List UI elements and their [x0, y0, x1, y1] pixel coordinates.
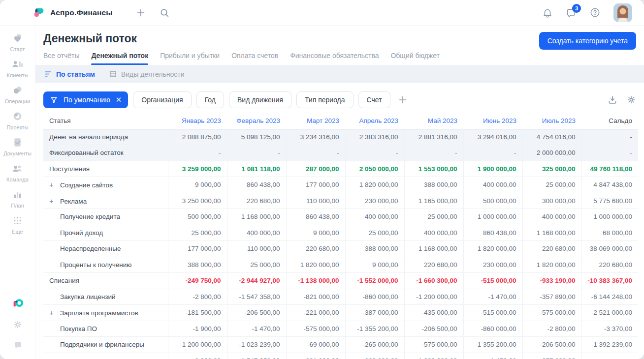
filter-chip-год[interactable]: Год	[196, 91, 224, 108]
column-header-month[interactable]: Июль 2023	[522, 113, 581, 129]
tab-общий-бюджет[interactable]: Общий бюджет	[390, 52, 439, 65]
cell-value: -860 000,00	[345, 353, 404, 359]
tab-финансовые-обязательства[interactable]: Финансовые обязательства	[290, 52, 379, 65]
tab-прибыли-и-убытки[interactable]: Прибыли и убытки	[160, 52, 220, 65]
tab-денежный-поток[interactable]: Денежный поток	[91, 52, 148, 65]
cell-value: -821 000,00	[286, 353, 345, 359]
filter-default-chip[interactable]: По умолчанию ✕	[43, 91, 128, 108]
cell-value: 388 000,00	[345, 241, 404, 257]
create-category-button[interactable]: Создать категорию учета	[539, 32, 636, 50]
cell-value: -206 500,00	[404, 321, 463, 337]
cell-value: 1 820 000,00	[286, 257, 345, 273]
cell-value: -181 500,00	[168, 305, 227, 321]
cell-value: 500 000,00	[168, 209, 227, 225]
expand-plus-icon[interactable]: +	[49, 308, 60, 317]
table-row[interactable]: Покупка ПО-1 900,00-1 470,00-575 000,00-…	[43, 321, 638, 337]
sidebar-item-more[interactable]: Ещё	[3, 214, 32, 235]
cell-value: -515 000,00	[463, 273, 522, 289]
user-avatar[interactable]	[613, 3, 632, 22]
column-header-month[interactable]: Январь 2023	[168, 113, 227, 129]
table-row[interactable]: Нераспределенные177 000,00110 000,00220 …	[43, 241, 638, 257]
column-header-month[interactable]: Апрель 2023	[345, 113, 404, 129]
subtab-label: Виды деятельности	[121, 70, 185, 78]
help-icon[interactable]	[589, 7, 601, 18]
sidebar-item-start[interactable]: Старт	[3, 31, 32, 52]
filter-chip-тип-периода[interactable]: Тип периода	[296, 91, 354, 108]
sidebar: СтартКлиентыОперацииПроектыДокументыКома…	[0, 26, 35, 359]
column-header-month[interactable]: Июнь 2023	[463, 113, 522, 129]
sidebar-item-projects[interactable]: Проекты	[3, 110, 32, 130]
search-button[interactable]	[159, 7, 170, 18]
table-row[interactable]: Проценты к получению388 000,0025 000,001…	[43, 257, 638, 273]
support-chat-icon[interactable]	[12, 339, 24, 351]
sidebar-item-clients[interactable]: Клиенты	[3, 58, 32, 78]
table-row[interactable]: Фиксированный остаток------2 000 000,00-	[43, 145, 638, 161]
filter-chip-вид-движения[interactable]: Вид движения	[229, 91, 291, 108]
brand: Аспро.Финансы	[32, 6, 113, 19]
clients-icon	[11, 58, 24, 71]
cell-value: 25 000,00	[522, 177, 581, 193]
expand-plus-icon[interactable]: +	[49, 197, 60, 205]
filter-chip-счет[interactable]: Счет	[358, 91, 390, 108]
column-header-month[interactable]: Февраль 2023	[227, 113, 286, 129]
tab-оплата-счетов[interactable]: Оплата счетов	[231, 52, 278, 65]
expand-plus-icon[interactable]: +	[49, 357, 60, 359]
app-name: Аспро.Финансы	[50, 8, 113, 17]
column-header-month[interactable]: Май 2023	[404, 113, 463, 129]
row-label: Фиксированный остаток	[49, 149, 124, 156]
table-row[interactable]: Закупка лицензий-2 800,00-1 547 358,00-8…	[43, 289, 638, 305]
cell-value: -	[404, 145, 463, 161]
row-label: Поступления	[49, 165, 90, 173]
cell-saldo: -	[581, 145, 638, 161]
sidebar-item-plan[interactable]: План	[3, 188, 32, 209]
table-row[interactable]: Денег на начало периода2 088 875,005 098…	[43, 129, 638, 145]
cell-value: 230 000,00	[463, 257, 522, 273]
tab-все-отчёты[interactable]: Все отчёты	[43, 52, 79, 65]
table-settings-gear-icon[interactable]	[626, 95, 636, 105]
row-label: Закупка лицензий	[60, 293, 115, 300]
cell-value: 110 000,00	[286, 193, 345, 209]
sidebar-item-documents[interactable]: Документы	[3, 136, 32, 156]
settings-gear-icon[interactable]	[12, 319, 24, 330]
table-row[interactable]: Списания-249 750,00-2 944 927,00-1 138 0…	[43, 273, 638, 289]
expand-plus-icon[interactable]: +	[49, 180, 60, 189]
operations-icon	[11, 84, 24, 97]
cell-value: -1 900,00	[168, 321, 227, 337]
export-download-icon[interactable]	[608, 95, 617, 105]
table-row[interactable]: +Создание сайтов9 000,00860 438,00177 00…	[43, 177, 638, 193]
sidebar-item-team[interactable]: Команда	[3, 162, 32, 182]
table-row[interactable]: +Реклама3 250 000,00220 680,00110 000,00…	[43, 193, 638, 209]
row-label: Списания	[49, 277, 79, 284]
subtab-label: По статьям	[56, 70, 95, 78]
messages-icon[interactable]: 3	[566, 7, 577, 18]
cell-saldo: 220 680,00	[581, 257, 638, 273]
table-row[interactable]: Поступления3 259 000,001 081 118,00287 0…	[43, 161, 638, 177]
sidebar-item-label: Ещё	[12, 229, 23, 235]
cell-saldo: -	[581, 129, 638, 145]
cell-saldo: 49 760 118,00	[581, 161, 638, 177]
table-row[interactable]: Прочий доход25 000,00400 000,009 000,002…	[43, 225, 638, 241]
table-row[interactable]: Получение кредита500 000,001 168 000,008…	[43, 209, 638, 225]
clear-filter-icon[interactable]: ✕	[116, 95, 122, 104]
sidebar-item-operations[interactable]: Операции	[3, 84, 32, 104]
cell-value: -2 800,00	[168, 289, 227, 305]
add-filter-icon[interactable]	[398, 95, 408, 105]
cell-value: -357 890,00	[522, 353, 581, 359]
notifications-icon[interactable]	[542, 7, 553, 18]
cell-value: 3 234 316,00	[286, 129, 345, 145]
subtab-activity-types[interactable]: Виды деятельности	[109, 70, 185, 78]
column-header-month[interactable]: Март 2023	[286, 113, 345, 129]
aspro-mini-logo-icon[interactable]	[11, 297, 24, 310]
cell-value: 1 165 000,00	[404, 193, 463, 209]
table-row[interactable]: +Зарплата программистов-3 000,00-1 547 3…	[43, 353, 638, 359]
cell-value: -	[286, 145, 345, 161]
table-row[interactable]: +Зарплата программистов-181 500,00-206 5…	[43, 305, 638, 321]
column-header-saldo: Сальдо	[581, 113, 638, 129]
filter-chip-организация[interactable]: Организация	[133, 91, 191, 108]
subtab-by-items[interactable]: По статьям	[44, 70, 95, 78]
table-row[interactable]: Подрядчики и фрилансеры-1 200 000,00-1 0…	[43, 337, 638, 353]
cell-value: 860 438,00	[227, 177, 286, 193]
add-button[interactable]	[135, 7, 146, 18]
cell-value: 1 900 000,00	[463, 161, 522, 177]
funnel-icon	[50, 96, 58, 104]
